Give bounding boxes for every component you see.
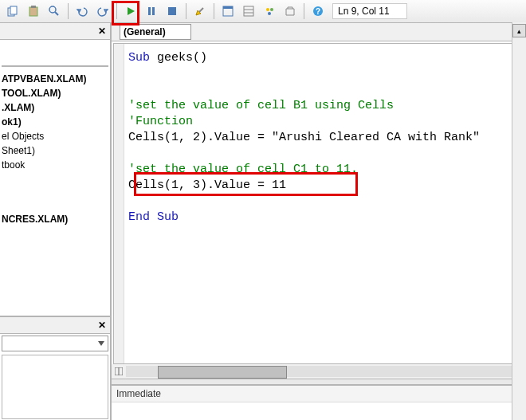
design-mode-icon[interactable] bbox=[190, 2, 210, 21]
vertical-scrollbar[interactable]: ▴ bbox=[512, 22, 526, 420]
horizontal-scrollbar[interactable] bbox=[112, 364, 526, 379]
immediate-title: Immediate bbox=[112, 386, 526, 402]
copy-icon[interactable] bbox=[3, 2, 22, 21]
find-icon[interactable] bbox=[45, 2, 64, 21]
code-pane: (General) Sub geeks() 'set the value of … bbox=[112, 23, 526, 420]
immediate-window[interactable]: Immediate bbox=[112, 385, 526, 420]
properties-icon[interactable] bbox=[239, 2, 258, 21]
svg-rect-8 bbox=[152, 7, 155, 15]
help-icon[interactable]: ? bbox=[308, 2, 328, 21]
close-icon[interactable]: ✕ bbox=[96, 25, 108, 37]
svg-rect-2 bbox=[29, 7, 37, 16]
svg-point-17 bbox=[266, 8, 269, 11]
pane-splitter[interactable] bbox=[112, 379, 526, 385]
svg-point-18 bbox=[270, 8, 273, 11]
project-tree[interactable]: ATPVBAEN.XLAM) TOOL.XLAM) .XLAM) ok1) el… bbox=[0, 40, 110, 316]
stop-icon[interactable] bbox=[163, 2, 182, 21]
svg-rect-7 bbox=[148, 7, 151, 15]
pause-icon[interactable] bbox=[142, 2, 161, 21]
editor-gutter bbox=[114, 44, 124, 363]
svg-rect-1 bbox=[10, 6, 17, 14]
code-text: Sub geeks() 'set the value of cell B1 us… bbox=[128, 50, 480, 226]
svg-line-5 bbox=[55, 12, 58, 15]
tree-item[interactable]: NCRES.XLAM) bbox=[2, 212, 108, 226]
split-view-icon[interactable] bbox=[115, 367, 123, 375]
project-explorer-icon[interactable] bbox=[218, 2, 237, 21]
tree-item[interactable]: ok1) bbox=[2, 115, 108, 129]
svg-rect-14 bbox=[244, 6, 253, 16]
project-explorer-pane: ✕ ATPVBAEN.XLAM) TOOL.XLAM) .XLAM) ok1) … bbox=[0, 23, 112, 420]
undo-icon[interactable] bbox=[73, 2, 92, 21]
svg-marker-22 bbox=[98, 341, 104, 346]
tree-item[interactable]: tbook bbox=[2, 158, 108, 172]
tree-item[interactable]: TOOL.XLAM) bbox=[2, 86, 108, 100]
svg-rect-13 bbox=[223, 6, 233, 9]
toolbox-icon[interactable] bbox=[281, 2, 300, 21]
scroll-up-icon[interactable]: ▴ bbox=[512, 24, 526, 37]
main-toolbar: ? Ln 9, Col 11 bbox=[0, 0, 526, 23]
svg-rect-3 bbox=[31, 6, 36, 8]
svg-line-11 bbox=[199, 8, 203, 12]
svg-rect-9 bbox=[168, 7, 176, 15]
close-icon[interactable]: ✕ bbox=[96, 319, 108, 332]
object-selector-value: (General) bbox=[124, 26, 166, 37]
cursor-position: Ln 9, Col 11 bbox=[332, 3, 407, 19]
svg-point-19 bbox=[268, 12, 271, 15]
tree-item[interactable]: Sheet1) bbox=[2, 143, 108, 158]
object-selector-dropdown[interactable]: (General) bbox=[120, 24, 191, 40]
tree-item[interactable]: el Objects bbox=[2, 129, 108, 143]
paste-icon[interactable] bbox=[24, 2, 43, 21]
object-browser-icon[interactable] bbox=[260, 2, 279, 21]
run-icon[interactable] bbox=[121, 2, 140, 21]
svg-marker-6 bbox=[128, 7, 135, 15]
code-editor[interactable]: Sub geeks() 'set the value of cell B1 us… bbox=[113, 43, 524, 364]
properties-grid[interactable] bbox=[2, 355, 108, 419]
redo-icon[interactable] bbox=[93, 2, 112, 21]
svg-point-4 bbox=[49, 6, 56, 13]
properties-dropdown[interactable] bbox=[2, 336, 108, 351]
svg-text:?: ? bbox=[316, 7, 320, 16]
scrollbar-thumb[interactable] bbox=[158, 366, 287, 379]
properties-pane: ✕ bbox=[0, 316, 110, 420]
tree-item[interactable]: ATPVBAEN.XLAM) bbox=[2, 72, 108, 86]
tree-item[interactable]: .XLAM) bbox=[2, 100, 108, 115]
